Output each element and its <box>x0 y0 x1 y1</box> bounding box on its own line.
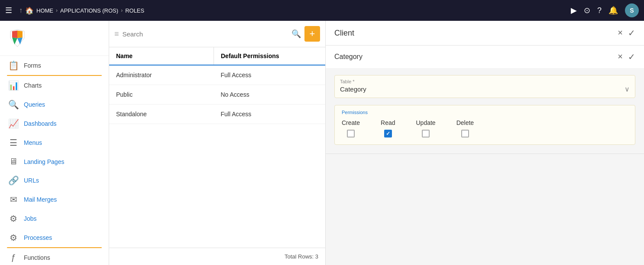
table-row[interactable]: Administrator Full Access <box>109 65 325 85</box>
sidebar-label-mail-merges: Mail Merges <box>24 196 57 203</box>
category-panel: Category × ✓ Table * Category ∨ Perm <box>326 46 644 154</box>
search-icon[interactable]: 🔍 <box>291 29 301 39</box>
svg-marker-2 <box>17 30 23 38</box>
right-panel: Client × ✓ Category × ✓ Table * Cate <box>326 21 644 265</box>
table-row[interactable]: Public No Access <box>109 85 325 105</box>
row-name-2: Standalone <box>116 111 214 118</box>
search-input[interactable] <box>123 30 288 38</box>
row-perm-2: Full Access <box>214 111 319 118</box>
avatar[interactable]: S <box>625 3 639 17</box>
header-actions: × ✓ <box>618 28 635 38</box>
topbar: ☰ ↑ 🏠 HOME › APPLICATIONS (ROS) › ROLES … <box>0 0 644 21</box>
permissions-label: Permissions <box>342 110 628 115</box>
perm-create-checkbox[interactable] <box>347 130 355 137</box>
svg-marker-1 <box>12 30 17 38</box>
category-header: Category × ✓ <box>326 46 644 68</box>
sidebar-item-processes[interactable]: ⚙ Processes <box>0 228 109 247</box>
home-icon: 🏠 <box>25 7 34 15</box>
nav-home[interactable]: HOME <box>36 7 53 14</box>
right-panel-title: Client <box>334 29 354 38</box>
sidebar-item-queries[interactable]: 🔍 Queries <box>0 95 109 114</box>
table-row[interactable]: Standalone Full Access <box>109 105 325 124</box>
permissions-group: Permissions Create Read Update <box>334 105 635 145</box>
up-arrow-icon[interactable]: ↑ <box>19 7 23 14</box>
sidebar-label-dashboards: Dashboards <box>24 120 57 127</box>
sidebar-label-processes: Processes <box>24 234 52 241</box>
play-icon[interactable]: ▶ <box>571 6 577 15</box>
middle-panel: ≡ 🔍 + Name Default Permissions Administr… <box>109 21 326 265</box>
five-logo-icon <box>7 28 28 49</box>
sidebar-item-urls[interactable]: 🔗 URLs <box>0 171 109 190</box>
sidebar-label-charts: Charts <box>24 82 42 89</box>
sidebar-item-jobs[interactable]: ⚙ Jobs <box>0 209 109 228</box>
sidebar-label-landing-pages: Landing Pages <box>24 158 64 165</box>
sidebar-label-queries: Queries <box>24 101 45 108</box>
sidebar-label-urls: URLs <box>24 177 39 184</box>
category-close-icon[interactable]: × <box>618 52 623 62</box>
table-field-text: Category <box>340 85 366 93</box>
search-bar: ≡ 🔍 + <box>109 21 325 47</box>
dropdown-icon[interactable]: ∨ <box>625 85 630 93</box>
sidebar-item-dashboards[interactable]: 📈 Dashboards <box>0 114 109 133</box>
sidebar-label-jobs: Jobs <box>24 215 37 222</box>
help-icon[interactable]: ? <box>597 6 602 15</box>
category-title: Category <box>334 53 362 61</box>
sidebar-item-functions[interactable]: ƒ Functions <box>0 248 109 265</box>
filter-icon: ≡ <box>114 29 119 39</box>
perm-delete-checkbox[interactable] <box>461 130 469 137</box>
nav-applications[interactable]: APPLICATIONS (ROS) <box>60 7 118 14</box>
col-divider <box>214 47 214 65</box>
perm-update-checkbox[interactable] <box>422 130 430 137</box>
breadcrumb: ↑ 🏠 HOME › APPLICATIONS (ROS) › ROLES <box>19 7 567 15</box>
charts-icon: 📊 <box>8 80 19 91</box>
perm-create: Create <box>342 119 360 137</box>
svg-marker-3 <box>12 37 17 44</box>
menus-icon: ☰ <box>8 137 19 148</box>
perm-read-label: Read <box>381 119 395 126</box>
table-rows: Administrator Full Access Public No Acce… <box>109 65 325 248</box>
sidebar-item-charts[interactable]: 📊 Charts <box>0 76 109 95</box>
perm-read: Read <box>381 119 395 137</box>
breadcrumb-arrow-1: › <box>56 7 58 13</box>
urls-icon: 🔗 <box>8 175 19 186</box>
queries-icon: 🔍 <box>8 99 19 110</box>
forms-icon: 📋 <box>8 60 19 71</box>
check-icon[interactable]: ✓ <box>628 28 635 38</box>
search-topbar-icon[interactable]: ⊙ <box>584 6 590 15</box>
perm-read-checkbox[interactable] <box>384 130 392 137</box>
sidebar-label-menus: Menus <box>24 139 42 146</box>
col-header-name: Name <box>116 47 210 65</box>
breadcrumb-arrow-2: › <box>121 7 123 13</box>
category-body: Table * Category ∨ Permissions Create <box>326 68 644 154</box>
table-footer: Total Rows: 3 <box>109 248 325 265</box>
sidebar-item-mail-merges[interactable]: ✉ Mail Merges <box>0 190 109 209</box>
row-name-1: Public <box>116 91 214 98</box>
table-field-label: Table * <box>340 79 630 84</box>
col-header-permissions: Default Permissions <box>217 47 318 65</box>
main-layout: 📋 Forms 📊 Charts 🔍 Queries 📈 Dashboards … <box>0 21 644 265</box>
mail-merges-icon: ✉ <box>8 194 19 205</box>
row-name-0: Administrator <box>116 72 214 79</box>
permissions-row: Create Read Update Delete <box>342 119 628 137</box>
landing-pages-icon: 🖥 <box>8 157 19 167</box>
logo <box>0 21 109 56</box>
row-perm-1: No Access <box>214 91 319 98</box>
perm-update-label: Update <box>416 119 436 126</box>
add-button[interactable]: + <box>304 26 320 42</box>
row-perm-0: Full Access <box>214 72 319 79</box>
sidebar-item-forms[interactable]: 📋 Forms <box>0 56 109 75</box>
close-icon[interactable]: × <box>618 28 623 38</box>
category-check-icon[interactable]: ✓ <box>628 52 635 62</box>
nav-roles[interactable]: ROLES <box>125 7 144 14</box>
bell-icon[interactable]: 🔔 <box>608 6 618 15</box>
sidebar-item-landing-pages[interactable]: 🖥 Landing Pages <box>0 152 109 171</box>
dashboards-icon: 📈 <box>8 118 19 129</box>
functions-icon: ƒ <box>8 252 19 262</box>
menu-icon[interactable]: ☰ <box>5 6 12 15</box>
perm-delete: Delete <box>456 119 474 137</box>
sidebar-item-menus[interactable]: ☰ Menus <box>0 133 109 152</box>
sidebar-label-forms: Forms <box>24 62 41 69</box>
table-field-group: Table * Category ∨ <box>334 75 635 98</box>
table-field-value[interactable]: Category ∨ <box>340 85 630 93</box>
perm-create-label: Create <box>342 119 360 126</box>
